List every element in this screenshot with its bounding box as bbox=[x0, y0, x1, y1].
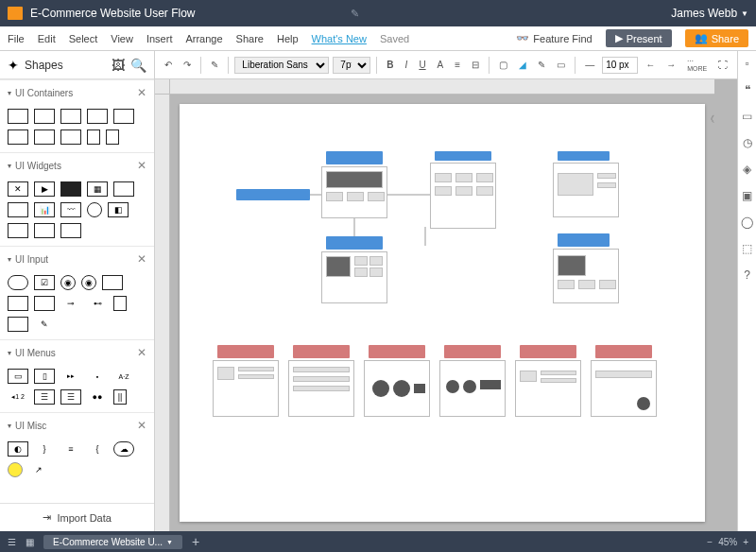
more-button[interactable]: ⋯MORE bbox=[683, 56, 711, 74]
menu-file[interactable]: File bbox=[8, 33, 25, 44]
fill-color-button[interactable]: ◢ bbox=[515, 58, 530, 72]
shape-pager[interactable]: ◂1 2 bbox=[8, 389, 28, 405]
share-button[interactable]: 👥 Share bbox=[685, 29, 748, 47]
shape-toggle[interactable]: ◐ bbox=[8, 441, 28, 457]
font-select[interactable]: Liberation Sans bbox=[234, 57, 329, 74]
shape-grid[interactable]: ▦ bbox=[87, 181, 108, 197]
wireframe-node[interactable] bbox=[553, 163, 619, 217]
wireframe-node[interactable] bbox=[364, 360, 430, 417]
menu-help[interactable]: Help bbox=[277, 33, 299, 44]
flow-label[interactable] bbox=[217, 345, 274, 358]
paint-format-button[interactable]: ✎ bbox=[207, 58, 222, 72]
shape-radio[interactable]: ◉ bbox=[60, 275, 76, 290]
comment-icon[interactable]: ❝ bbox=[741, 83, 754, 96]
shape-brace[interactable]: } bbox=[34, 441, 55, 457]
flow-label[interactable] bbox=[369, 345, 425, 358]
wireframe-node[interactable] bbox=[288, 360, 354, 417]
history-icon[interactable]: ◷ bbox=[741, 136, 754, 149]
fullscreen-button[interactable]: ⛶ bbox=[714, 58, 731, 72]
valign-button[interactable]: ⊟ bbox=[468, 58, 483, 72]
flow-label[interactable] bbox=[236, 189, 310, 200]
arrow-end-button[interactable]: → bbox=[662, 58, 679, 72]
folder-icon[interactable] bbox=[8, 7, 23, 20]
wireframe-node[interactable] bbox=[553, 249, 619, 303]
whats-new-link[interactable]: What's New bbox=[312, 33, 367, 44]
shape-item[interactable] bbox=[8, 223, 28, 238]
shape-menu[interactable]: ▯ bbox=[34, 369, 55, 384]
shape-panel[interactable] bbox=[60, 129, 81, 145]
undo-button[interactable]: ↶ bbox=[161, 58, 176, 72]
document-title[interactable]: E-Commerce Website User Flow bbox=[30, 7, 343, 20]
zoom-level[interactable]: 45% bbox=[718, 537, 737, 547]
align-button[interactable]: ≡ bbox=[451, 58, 464, 72]
menu-edit[interactable]: Edit bbox=[38, 33, 56, 44]
wireframe-node[interactable] bbox=[515, 360, 581, 417]
menu-insert[interactable]: Insert bbox=[146, 33, 173, 44]
gear-icon[interactable]: ✦ bbox=[8, 58, 19, 73]
grid-view-icon[interactable]: ▦ bbox=[26, 537, 34, 547]
menu-arrange[interactable]: Arrange bbox=[185, 33, 222, 44]
search-icon[interactable]: 🔍 bbox=[130, 58, 146, 73]
layers-icon[interactable]: ◈ bbox=[741, 163, 754, 176]
section-head-menus[interactable]: ▾ UI Menus ✕ bbox=[0, 340, 154, 365]
shape-sort[interactable]: A·Z bbox=[113, 369, 134, 384]
section-head-containers[interactable]: ▾ UI Containers ✕ bbox=[0, 80, 154, 105]
flow-label[interactable] bbox=[435, 151, 491, 161]
shape-toggle[interactable] bbox=[113, 296, 127, 311]
shape-item[interactable] bbox=[60, 223, 81, 238]
shape-item[interactable] bbox=[34, 223, 55, 238]
flow-label[interactable] bbox=[444, 345, 501, 358]
shape-text[interactable]: ✎ bbox=[34, 317, 55, 332]
zoom-in-button[interactable]: + bbox=[743, 537, 748, 547]
menu-view[interactable]: View bbox=[111, 33, 133, 44]
shape-list[interactable]: ☰ bbox=[60, 389, 81, 405]
shape-dots[interactable]: ●● bbox=[87, 389, 108, 405]
shape-video[interactable]: ▶ bbox=[34, 181, 55, 197]
pencil-icon[interactable]: ✎ bbox=[351, 8, 359, 20]
shape-chart[interactable]: 📊 bbox=[34, 202, 55, 217]
section-head-misc[interactable]: ▾ UI Misc ✕ bbox=[0, 413, 154, 438]
shape-checkbox[interactable]: ☑ bbox=[34, 275, 55, 290]
shape-profile[interactable]: ◧ bbox=[108, 202, 129, 217]
close-icon[interactable]: ✕ bbox=[137, 86, 146, 99]
fill-button[interactable]: ▢ bbox=[495, 58, 511, 72]
shape-bars[interactable]: || bbox=[113, 389, 127, 405]
close-icon[interactable]: ✕ bbox=[137, 252, 146, 266]
bold-button[interactable]: B bbox=[383, 58, 397, 72]
close-icon[interactable]: ✕ bbox=[137, 419, 146, 432]
italic-button[interactable]: I bbox=[402, 58, 412, 72]
present-button[interactable]: ▶ Present bbox=[606, 29, 672, 47]
shape-pager[interactable]: ▪ bbox=[87, 369, 108, 384]
line-color-button[interactable]: ✎ bbox=[534, 58, 549, 72]
menu-select[interactable]: Select bbox=[69, 33, 98, 44]
shape-button[interactable]: ▭ bbox=[553, 58, 569, 72]
ruler-vertical[interactable] bbox=[155, 95, 170, 531]
shape-list[interactable]: ☰ bbox=[34, 389, 55, 405]
wireframe-node[interactable] bbox=[439, 360, 506, 417]
wireframe-node[interactable] bbox=[430, 163, 496, 229]
shape-select[interactable] bbox=[102, 275, 123, 290]
shape-slider[interactable]: ⊷ bbox=[87, 296, 108, 311]
shape-dot[interactable] bbox=[8, 462, 23, 477]
section-head-input[interactable]: ▾ UI Input ✕ bbox=[0, 247, 154, 271]
document-icon[interactable]: ▫ bbox=[741, 57, 754, 70]
shape-rect[interactable] bbox=[8, 109, 28, 124]
arrow-start-button[interactable]: ← bbox=[642, 58, 659, 72]
shape-cloud[interactable]: ☁ bbox=[113, 441, 134, 457]
shape-bar[interactable] bbox=[60, 181, 81, 197]
ruler-horizontal[interactable] bbox=[170, 79, 714, 95]
shape-arrow[interactable]: ↗ bbox=[28, 462, 49, 477]
wireframe-node[interactable] bbox=[321, 166, 387, 218]
list-view-icon[interactable]: ☰ bbox=[8, 537, 16, 547]
close-icon[interactable]: ✕ bbox=[137, 346, 146, 359]
wireframe-node[interactable] bbox=[321, 251, 387, 303]
user-menu[interactable]: James Webb ▼ bbox=[671, 7, 748, 20]
shape-window[interactable] bbox=[34, 129, 55, 145]
add-page-button[interactable]: + bbox=[192, 534, 199, 549]
flow-label[interactable] bbox=[293, 345, 350, 358]
chat-icon[interactable]: ◯ bbox=[741, 216, 754, 229]
flow-label[interactable] bbox=[520, 345, 576, 358]
shape-brace[interactable]: { bbox=[87, 441, 108, 457]
shape-card[interactable] bbox=[113, 181, 134, 197]
menu-share[interactable]: Share bbox=[236, 33, 264, 44]
